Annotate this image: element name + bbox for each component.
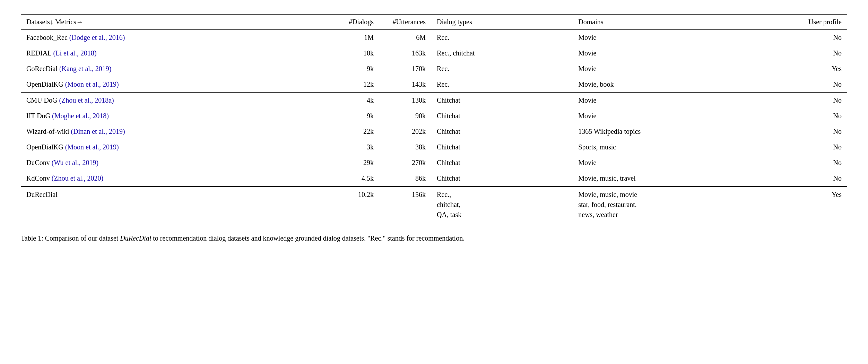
dialogs-cell: 10k [338, 45, 379, 61]
dataset-cell: Facebook_Rec (Dodge et al., 2016) [21, 30, 338, 46]
table-row: REDIAL (Li et al., 2018)10k163kRec., chi… [21, 45, 847, 61]
utterances-cell: 270k [379, 155, 431, 171]
utterances-cell: 90k [379, 108, 431, 124]
dataset-cell: REDIAL (Li et al., 2018) [21, 45, 338, 61]
types-cell: Rec., chitchat [431, 45, 573, 61]
dataset-cell: DuRecDial [21, 187, 338, 223]
profile-cell: No [785, 93, 847, 109]
profile-cell: Yes [785, 187, 847, 223]
domains-cell: Movie [573, 108, 785, 124]
col-header-utterances: #Utterances [379, 14, 431, 30]
table-row: DuConv (Wu et al., 2019)29k270kChitchatM… [21, 155, 847, 171]
domains-cell: Movie, book [573, 77, 785, 93]
dialogs-cell: 22k [338, 124, 379, 139]
dialogs-cell: 1M [338, 30, 379, 46]
dialogs-cell: 4k [338, 93, 379, 109]
types-cell: Chitchat [431, 108, 573, 124]
utterances-cell: 170k [379, 61, 431, 77]
table-row: KdConv (Zhou et al., 2020)4.5k86kChitcha… [21, 171, 847, 187]
dataset-cell: DuConv (Wu et al., 2019) [21, 155, 338, 171]
profile-cell: No [785, 77, 847, 93]
dialogs-cell: 3k [338, 139, 379, 155]
utterances-cell: 38k [379, 139, 431, 155]
utterances-cell: 6M [379, 30, 431, 46]
comparison-table: Datasets↓ Metrics→ #Dialogs #Utterances … [21, 14, 847, 223]
dataset-cell: Wizard-of-wiki (Dinan et al., 2019) [21, 124, 338, 139]
domains-cell: Sports, music [573, 139, 785, 155]
utterances-cell: 163k [379, 45, 431, 61]
dataset-cell: CMU DoG (Zhou et al., 2018a) [21, 93, 338, 109]
col-header-dialogs: #Dialogs [338, 14, 379, 30]
profile-cell: No [785, 139, 847, 155]
dialogs-cell: 12k [338, 77, 379, 93]
dialogs-cell: 10.2k [338, 187, 379, 223]
dataset-cell: KdConv (Zhou et al., 2020) [21, 171, 338, 187]
col-header-dataset: Datasets↓ Metrics→ [21, 14, 338, 30]
types-cell: Chitchat [431, 171, 573, 187]
dialogs-cell: 29k [338, 155, 379, 171]
domains-cell: Movie, music, movie star, food, restaura… [573, 187, 785, 223]
domains-cell: Movie [573, 61, 785, 77]
domains-cell: 1365 Wikipedia topics [573, 124, 785, 139]
profile-cell: No [785, 108, 847, 124]
col-header-domains: Domains [573, 14, 785, 30]
utterances-cell: 86k [379, 171, 431, 187]
domains-cell: Movie, music, travel [573, 171, 785, 187]
types-cell: Rec. [431, 61, 573, 77]
table-caption: Table 1: Comparison of our dataset DuRec… [21, 233, 847, 243]
col-header-types: Dialog types [431, 14, 573, 30]
types-cell: Chitchat [431, 93, 573, 109]
table-row: CMU DoG (Zhou et al., 2018a)4k130kChitch… [21, 93, 847, 109]
types-cell: Chitchat [431, 124, 573, 139]
profile-cell: No [785, 171, 847, 187]
utterances-cell: 143k [379, 77, 431, 93]
dialogs-cell: 4.5k [338, 171, 379, 187]
domains-cell: Movie [573, 93, 785, 109]
dataset-cell: OpenDialKG (Moon et al., 2019) [21, 139, 338, 155]
profile-cell: No [785, 124, 847, 139]
types-cell: Rec. [431, 30, 573, 46]
utterances-cell: 156k [379, 187, 431, 223]
table-row: Wizard-of-wiki (Dinan et al., 2019)22k20… [21, 124, 847, 139]
table-row: Facebook_Rec (Dodge et al., 2016)1M6MRec… [21, 30, 847, 46]
types-cell: Rec., chitchat, QA, task [431, 187, 573, 223]
profile-cell: No [785, 155, 847, 171]
profile-cell: No [785, 45, 847, 61]
domains-cell: Movie [573, 155, 785, 171]
table-row: DuRecDial10.2k156kRec., chitchat, QA, ta… [21, 187, 847, 223]
profile-cell: No [785, 30, 847, 46]
profile-cell: Yes [785, 61, 847, 77]
types-cell: Rec. [431, 77, 573, 93]
domains-cell: Movie [573, 45, 785, 61]
table-row: GoRecDial (Kang et al., 2019)9k170kRec.M… [21, 61, 847, 77]
dialogs-cell: 9k [338, 108, 379, 124]
domains-cell: Movie [573, 30, 785, 46]
dataset-cell: OpenDialKG (Moon et al., 2019) [21, 77, 338, 93]
dataset-cell: IIT DoG (Moghe et al., 2018) [21, 108, 338, 124]
dialogs-cell: 9k [338, 61, 379, 77]
table-row: IIT DoG (Moghe et al., 2018)9k90kChitcha… [21, 108, 847, 124]
types-cell: Chitchat [431, 155, 573, 171]
types-cell: Chitchat [431, 139, 573, 155]
table-row: OpenDialKG (Moon et al., 2019)3k38kChitc… [21, 139, 847, 155]
utterances-cell: 202k [379, 124, 431, 139]
table-row: OpenDialKG (Moon et al., 2019)12k143kRec… [21, 77, 847, 93]
utterances-cell: 130k [379, 93, 431, 109]
col-header-profile: User profile [785, 14, 847, 30]
dataset-cell: GoRecDial (Kang et al., 2019) [21, 61, 338, 77]
